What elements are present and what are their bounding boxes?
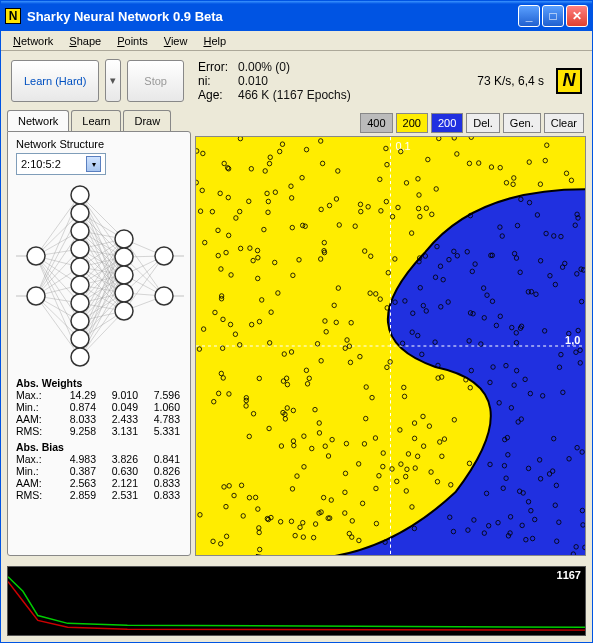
titlebar: N Sharky Neural Network 0.9 Beta _ □ ✕: [1, 1, 592, 31]
menu-help[interactable]: Help: [197, 33, 232, 49]
svg-point-89: [71, 204, 89, 222]
ni-value: 0.010: [238, 74, 268, 88]
points-yellow-200-button[interactable]: 200: [396, 113, 428, 133]
structure-value: 2:10:5:2: [21, 158, 61, 170]
svg-point-99: [115, 248, 133, 266]
svg-point-97: [71, 348, 89, 366]
delete-button[interactable]: Del.: [466, 113, 500, 133]
left-tabs: Network Learn Draw: [7, 110, 191, 131]
error-label: Error:: [198, 60, 238, 74]
table-row: RMS:9.2583.1315.331: [16, 425, 182, 437]
classification-plot[interactable]: 0,1 1,0: [195, 136, 586, 556]
points-400-button[interactable]: 400: [360, 113, 392, 133]
performance-text: 73 K/s, 6,4 s: [477, 74, 550, 88]
app-icon: N: [5, 8, 21, 24]
bias-title: Abs. Bias: [16, 441, 182, 453]
loss-graph: 1167: [7, 566, 586, 636]
svg-point-94: [71, 294, 89, 312]
close-button[interactable]: ✕: [566, 5, 588, 27]
learn-mode-dropdown[interactable]: ▾: [105, 59, 121, 102]
learn-button[interactable]: Learn (Hard): [11, 60, 99, 102]
chevron-down-icon: ▾: [86, 156, 101, 172]
menubar: Network Shape Points View Help: [1, 31, 592, 51]
table-row: Max.:14.299.0107.596: [16, 389, 182, 401]
svg-point-100: [115, 266, 133, 284]
clear-button[interactable]: Clear: [544, 113, 584, 133]
age-label: Age:: [198, 88, 238, 102]
age-value: 466 K (1167 Epochs): [238, 88, 351, 102]
plot-toolbar: 400 200 200 Del. Gen. Clear: [195, 110, 586, 136]
svg-point-96: [71, 330, 89, 348]
svg-point-102: [115, 302, 133, 320]
menu-shape[interactable]: Shape: [63, 33, 107, 49]
table-row: Max.:4.9833.8260.841: [16, 453, 182, 465]
axis-top-label: 0,1: [395, 139, 410, 151]
table-row: AAM:2.5632.1210.833: [16, 477, 182, 489]
weights-table: Abs. Weights Max.:14.299.0107.596Min.:0.…: [16, 377, 182, 501]
svg-point-87: [155, 287, 173, 305]
training-stats: Error:0.00% (0) ni:0.010 Age:466 K (1167…: [190, 60, 471, 102]
svg-point-88: [71, 186, 89, 204]
svg-point-95: [71, 312, 89, 330]
table-row: AAM:8.0332.4334.783: [16, 413, 182, 425]
toolbar: Learn (Hard) ▾ Stop Error:0.00% (0) ni:0…: [1, 51, 592, 110]
generate-button[interactable]: Gen.: [503, 113, 541, 133]
points-blue-200-button[interactable]: 200: [431, 113, 463, 133]
svg-point-86: [155, 247, 173, 265]
ni-label: ni:: [198, 74, 238, 88]
svg-point-85: [27, 287, 45, 305]
tab-network[interactable]: Network: [7, 110, 69, 131]
network-diagram: [16, 181, 184, 371]
weights-title: Abs. Weights: [16, 377, 182, 389]
svg-point-91: [71, 240, 89, 258]
table-row: RMS:2.8592.5310.833: [16, 489, 182, 501]
menu-points[interactable]: Points: [111, 33, 154, 49]
svg-point-84: [27, 247, 45, 265]
minimize-button[interactable]: _: [518, 5, 540, 27]
svg-point-92: [71, 258, 89, 276]
error-value: 0.00% (0): [238, 60, 290, 74]
menu-view[interactable]: View: [158, 33, 194, 49]
tab-draw[interactable]: Draw: [123, 110, 171, 131]
table-row: Min.:0.3870.6300.826: [16, 465, 182, 477]
svg-point-98: [115, 230, 133, 248]
svg-point-90: [71, 222, 89, 240]
stop-button[interactable]: Stop: [127, 60, 184, 102]
window-title: Sharky Neural Network 0.9 Beta: [27, 9, 518, 24]
maximize-button[interactable]: □: [542, 5, 564, 27]
structure-combo[interactable]: 2:10:5:2 ▾: [16, 153, 106, 175]
svg-point-101: [115, 284, 133, 302]
svg-point-93: [71, 276, 89, 294]
logo-icon: N: [556, 68, 582, 94]
menu-network[interactable]: Network: [7, 33, 59, 49]
network-panel: Network Structure 2:10:5:2 ▾: [7, 131, 191, 556]
tab-learn[interactable]: Learn: [71, 110, 121, 131]
structure-label: Network Structure: [16, 138, 182, 150]
table-row: Min.:0.8740.0491.060: [16, 401, 182, 413]
epoch-counter: 1167: [557, 569, 581, 581]
